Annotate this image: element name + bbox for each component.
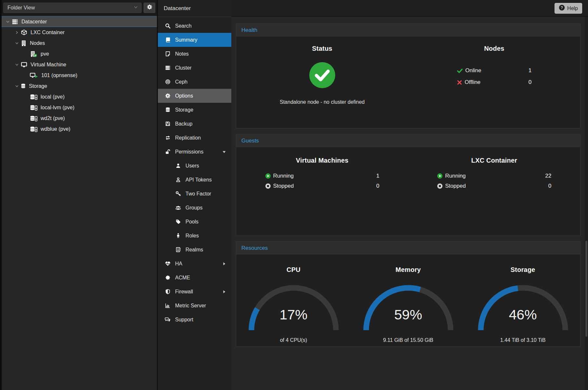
- chevron-down-icon: [134, 5, 138, 11]
- menu-item-label: ACME: [175, 275, 190, 281]
- guests-panel-body: Virtual MachinesRunning1Stopped0LXC Cont…: [236, 148, 580, 235]
- stat-value: 22: [545, 173, 551, 179]
- person-icon: [175, 233, 181, 238]
- tree-item-datacenter[interactable]: Datacenter: [2, 16, 157, 27]
- tree-item-lxc-container[interactable]: LXC Container: [2, 27, 157, 38]
- health-panel-title: Health: [236, 24, 580, 37]
- menu-item-groups[interactable]: Groups: [158, 201, 231, 215]
- gauge-heading: Memory: [396, 266, 421, 274]
- tree-item-local-lvm-pve[interactable]: local-lvm (pve): [2, 102, 157, 113]
- menu-item-search[interactable]: Search: [158, 19, 231, 33]
- guests-column-heading: Virtual Machines: [296, 157, 349, 164]
- menu-item-options[interactable]: Options: [158, 89, 231, 103]
- stat-value: 0: [548, 183, 551, 189]
- tree-item-pve[interactable]: pve: [2, 48, 157, 59]
- menu-item-metric-server[interactable]: Metric Server: [158, 299, 231, 313]
- menu-caret-right-icon: [222, 290, 226, 294]
- building-check-icon: [30, 51, 38, 57]
- gauge-storage: Storage46%1.44 TiB of 3.10 TiB: [466, 266, 580, 343]
- stat-label: Stopped: [273, 183, 294, 189]
- nodes-stats: Online1Offline0: [457, 67, 531, 86]
- menu-item-notes[interactable]: Notes: [158, 47, 231, 61]
- gauge-cpu: CPU17%of 4 CPU(s): [236, 266, 351, 343]
- tree-settings-button[interactable]: [144, 3, 155, 13]
- ceph-icon: [164, 79, 171, 85]
- menu-item-label: Realms: [185, 247, 203, 253]
- menu-item-label: Ceph: [175, 79, 187, 85]
- users-icon: [175, 205, 181, 210]
- health-nodes-column: Nodes Online1Offline0: [408, 45, 581, 118]
- tree-item-virtual-machine[interactable]: Virtual Machine: [2, 59, 157, 70]
- database-icon: [164, 107, 171, 113]
- user-icon: [175, 163, 181, 168]
- building-icon: [20, 40, 27, 47]
- play-circle-icon: [437, 173, 443, 179]
- menu-item-cluster[interactable]: Cluster: [158, 61, 231, 75]
- menu-item-acme[interactable]: ACME: [158, 271, 231, 285]
- scrollbar-thumb[interactable]: [585, 241, 587, 337]
- tree-item-wd2t-pve[interactable]: wd2t (pve): [2, 113, 157, 124]
- menu-item-label: Permissions: [175, 149, 203, 155]
- tree-item-nodes[interactable]: Nodes: [2, 38, 157, 48]
- stat-label-group: Running: [437, 173, 466, 179]
- menu-item-label: Roles: [185, 233, 199, 239]
- gauge-arc: 59%: [360, 281, 457, 333]
- menu-item-roles[interactable]: Roles: [158, 229, 231, 243]
- menu-item-ha[interactable]: HA: [158, 257, 231, 271]
- menu-item-label: Backup: [175, 121, 192, 127]
- menu-item-pools[interactable]: Pools: [158, 215, 231, 229]
- menu-item-storage[interactable]: Storage: [158, 103, 231, 117]
- tree-item-label: Virtual Machine: [31, 62, 66, 68]
- nodes-heading: Nodes: [484, 45, 504, 52]
- health-status-column: Status Standalone node - no cluster defi…: [236, 45, 408, 118]
- menu-item-label: Support: [175, 317, 193, 323]
- stat-label: Online: [465, 67, 481, 74]
- tree-item-101-opnsense[interactable]: 101 (opnsense): [2, 70, 157, 81]
- seal-icon: [164, 275, 171, 280]
- guests-column-virtual-machines: Virtual MachinesRunning1Stopped0: [236, 157, 408, 232]
- tree-item-wdblue-pve[interactable]: wdblue (pve): [2, 124, 157, 134]
- tree-item-label: wd2t (pve): [41, 115, 65, 121]
- monitor-icon: [20, 61, 28, 68]
- health-panel-body: Status Standalone node - no cluster defi…: [236, 37, 580, 128]
- menu-item-backup[interactable]: Backup: [158, 117, 231, 131]
- menu-item-support[interactable]: Support: [158, 313, 231, 327]
- chevron-expanded-icon[interactable]: [4, 20, 11, 24]
- menu-item-api-tokens[interactable]: API Tokens: [158, 173, 231, 187]
- menu-item-label: API Tokens: [185, 177, 212, 183]
- topbar: ? Help: [231, 0, 588, 17]
- chevron-collapsed-icon[interactable]: [13, 30, 20, 35]
- help-button-label: Help: [567, 6, 578, 11]
- stop-circle-icon: [265, 183, 271, 189]
- gauge-detail: 9.11 GiB of 15.50 GiB: [383, 337, 433, 343]
- menu-item-label: Search: [175, 23, 192, 29]
- menu-item-ceph[interactable]: Ceph: [158, 75, 231, 89]
- menu-item-realms[interactable]: Realms: [158, 243, 231, 257]
- menu-item-replication[interactable]: Replication: [158, 131, 231, 145]
- guests-panel-title: Guests: [236, 134, 580, 148]
- stat-label-group: Stopped: [437, 183, 466, 189]
- menu-item-users[interactable]: Users: [158, 159, 231, 173]
- stat-label: Stopped: [445, 183, 466, 189]
- menu-item-summary[interactable]: Summary: [158, 33, 231, 47]
- gauge-memory: Memory59%9.11 GiB of 15.50 GiB: [351, 266, 466, 343]
- menu-item-label: HA: [175, 261, 182, 267]
- menu-item-label: Summary: [175, 37, 197, 43]
- tree-item-local-pve[interactable]: local (pve): [2, 91, 157, 102]
- resource-tree-panel: Folder View DatacenterLXC ContainerNodes…: [0, 0, 158, 390]
- help-button[interactable]: ? Help: [555, 3, 582, 14]
- datacenter-menu: SearchSummaryNotesClusterCephOptionsStor…: [158, 17, 231, 327]
- chevron-expanded-icon[interactable]: [13, 62, 20, 67]
- chevron-expanded-icon[interactable]: [13, 84, 20, 88]
- menu-item-firewall[interactable]: Firewall: [158, 285, 231, 299]
- menu-item-two-factor[interactable]: Two Factor: [158, 187, 231, 201]
- vertical-scrollbar[interactable]: [585, 17, 588, 390]
- menu-item-label: Replication: [175, 135, 201, 141]
- chevron-expanded-icon[interactable]: [13, 41, 20, 46]
- cross-icon: [457, 80, 462, 85]
- view-mode-select[interactable]: Folder View: [3, 3, 142, 13]
- book-icon: [164, 37, 171, 43]
- menu-item-permissions[interactable]: Permissions: [158, 145, 231, 159]
- tree-item-storage[interactable]: Storage: [2, 81, 157, 91]
- address-book-icon: [175, 247, 181, 252]
